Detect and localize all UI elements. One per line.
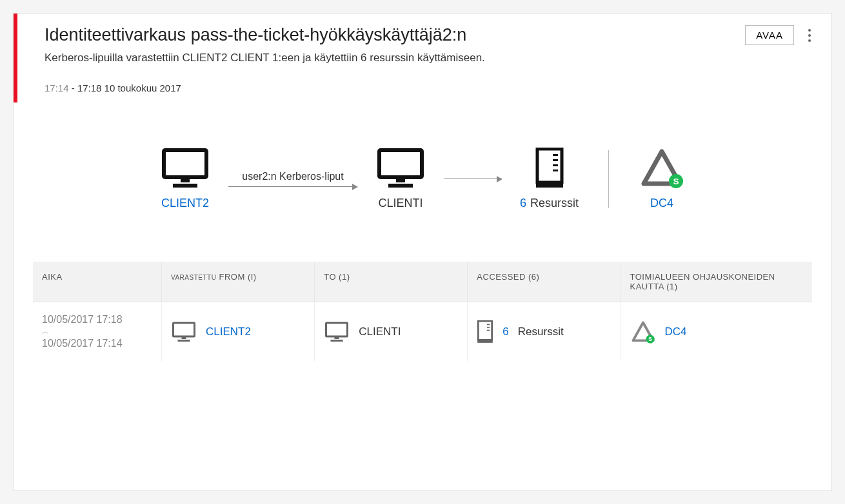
- caret-icon: ︿: [42, 327, 49, 336]
- arrow-from-to: user2:n Kerberos-liput: [228, 171, 357, 187]
- arrow-icon: [228, 186, 357, 187]
- svg-rect-0: [164, 150, 206, 177]
- svg-rect-24: [487, 329, 490, 331]
- cell-dc-label[interactable]: DC4: [665, 325, 687, 338]
- triangle-icon: S: [639, 148, 685, 189]
- cell-to-label: CLIENTI: [359, 325, 401, 338]
- th-to: TO (1): [315, 262, 468, 302]
- svg-text:S: S: [673, 177, 679, 186]
- node-from[interactable]: CLIENT2: [160, 148, 210, 210]
- svg-rect-3: [379, 150, 422, 177]
- th-from: VARASTETTU FROM (I): [162, 262, 315, 302]
- arrow-label: user2:n Kerberos-liput: [242, 171, 343, 182]
- cell-from-label[interactable]: CLIENT2: [206, 325, 251, 338]
- table-row[interactable]: 10/05/2017 17:18 ︿ 10/05/2017 17:14 CLIE…: [33, 302, 812, 361]
- svg-rect-23: [487, 327, 490, 328]
- svg-rect-8: [553, 154, 558, 156]
- attack-diagram: CLIENT2 user2:n Kerberos-liput CLIENTI: [14, 102, 831, 262]
- svg-rect-7: [536, 182, 563, 188]
- svg-rect-10: [553, 164, 558, 166]
- svg-rect-17: [326, 323, 348, 336]
- time-start: 17:14: [45, 82, 69, 93]
- more-icon[interactable]: [806, 26, 813, 44]
- svg-rect-5: [388, 184, 413, 188]
- svg-rect-14: [174, 323, 195, 336]
- node-resources[interactable]: 6 Resurssit: [520, 148, 579, 210]
- svg-rect-19: [331, 340, 343, 342]
- alert-subtitle: Kerberos-lipuilla varastettiin CLIENT2 C…: [45, 52, 813, 64]
- divider: [608, 150, 609, 208]
- open-button[interactable]: AVAA: [745, 25, 794, 45]
- arrow-icon: [444, 179, 502, 179]
- cell-to: CLIENTI: [315, 302, 468, 361]
- svg-rect-21: [478, 340, 493, 343]
- monitor-icon: [160, 148, 210, 189]
- server-icon: [477, 320, 493, 344]
- monitor-icon: [375, 148, 426, 189]
- node-dc-label: DC4: [650, 197, 673, 210]
- svg-rect-2: [173, 184, 197, 188]
- details-table: AIKA VARASTETTU FROM (I) TO (1) ACCESSED…: [33, 262, 812, 361]
- monitor-icon: [324, 322, 350, 342]
- svg-rect-1: [181, 179, 190, 182]
- node-dc[interactable]: S DC4: [639, 148, 685, 210]
- cell-accessed: 6 Resurssit: [468, 302, 621, 361]
- cell-time: 10/05/2017 17:18 ︿ 10/05/2017 17:14: [33, 302, 162, 361]
- header-actions: AVAA: [745, 25, 813, 45]
- th-dc: TOIMIALUEEN OHJAUSKONEIDEN KAUTTA (1): [621, 262, 812, 302]
- alert-header: Identiteettivarkaus pass-the-ticket-hyök…: [14, 14, 831, 102]
- svg-text:S: S: [648, 336, 652, 342]
- svg-rect-11: [553, 170, 558, 171]
- cell-dc: S DC4: [621, 302, 812, 361]
- node-to-label: CLIENTI: [378, 197, 422, 210]
- svg-rect-16: [178, 340, 190, 342]
- node-from-label: CLIENT2: [161, 197, 209, 210]
- cell-from: CLIENT2: [162, 302, 315, 361]
- server-icon: [535, 148, 564, 189]
- time-range: 17:14 - 17:18 10 toukokuu 2017: [45, 82, 813, 93]
- alert-title: Identiteettivarkaus pass-the-ticket-hyök…: [45, 25, 466, 45]
- svg-rect-22: [487, 324, 490, 325]
- svg-rect-20: [479, 321, 492, 340]
- svg-rect-6: [537, 149, 562, 182]
- th-time: AIKA: [33, 262, 162, 302]
- time-end: 17:18 10 toukokuu 2017: [77, 82, 181, 93]
- table-header: AIKA VARASTETTU FROM (I) TO (1) ACCESSED…: [33, 262, 812, 302]
- svg-rect-9: [553, 159, 558, 161]
- resources-label: 6 Resurssit: [520, 197, 579, 210]
- svg-rect-15: [182, 337, 186, 339]
- svg-rect-18: [335, 337, 339, 339]
- monitor-icon: [171, 322, 197, 342]
- arrow-to-resource: [444, 179, 502, 179]
- node-to[interactable]: CLIENTI: [375, 148, 426, 210]
- triangle-icon: S: [630, 320, 656, 344]
- alert-card: Identiteettivarkaus pass-the-ticket-hyök…: [13, 13, 832, 491]
- th-accessed: ACCESSED (6): [468, 262, 621, 302]
- svg-rect-4: [396, 179, 405, 182]
